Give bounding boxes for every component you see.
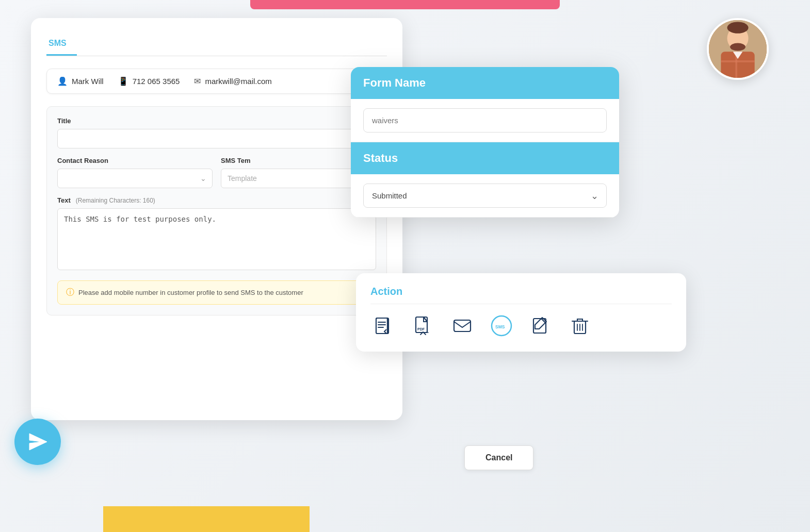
contact-email: markwill@mail.com (205, 77, 271, 86)
text-label: Text (57, 196, 71, 204)
status-header: Status (351, 142, 619, 174)
warning-text: Please add mobile number in customer pro… (78, 289, 303, 296)
form-name-input-area (351, 99, 619, 142)
contact-reason-label: Contact Reason (57, 157, 213, 164)
person-icon: 👤 (57, 76, 68, 86)
tab-bar: SMS (46, 34, 387, 56)
contact-reason-col: Contact Reason (57, 157, 213, 188)
email-action-icon-button[interactable] (449, 312, 476, 339)
status-select-wrapper: Submitted Pending Approved Rejected ⌄ (363, 184, 607, 208)
sms-action-icon-button[interactable]: SMS (488, 312, 515, 339)
svg-point-2 (727, 22, 748, 33)
sms-form-card: SMS 👤 Mark Will 📱 712 065 3565 ✉ markwil… (31, 18, 402, 420)
yellow-bar (103, 506, 310, 532)
svg-point-3 (730, 43, 746, 51)
sms-textarea[interactable]: This SMS is for test purposes only. (57, 208, 376, 270)
title-label: Title (57, 117, 376, 125)
contact-phone: 712 065 3565 (133, 77, 180, 86)
warning-icon: ⓘ (66, 287, 74, 298)
avatar (707, 18, 769, 80)
contact-reason-select[interactable] (57, 169, 213, 188)
delete-icon-button[interactable] (566, 312, 593, 339)
pdf-icon-button[interactable]: PDF (410, 312, 436, 339)
contact-reason-select-wrapper (57, 169, 213, 188)
action-title: Action (370, 286, 672, 304)
edit-icon-button[interactable] (527, 312, 554, 339)
form-name-input[interactable] (363, 108, 607, 132)
svg-rect-10 (454, 320, 471, 331)
contact-reason-row: Contact Reason SMS Tem Template (57, 157, 376, 188)
send-fab[interactable] (14, 419, 61, 465)
top-bar (250, 0, 560, 9)
action-card: Action PDF (356, 273, 686, 352)
status-dropdown-area: Submitted Pending Approved Rejected ⌄ (351, 174, 619, 218)
title-input[interactable] (57, 129, 376, 148)
remaining-chars: (Remaining Characters: 160) (76, 197, 155, 204)
tab-sms[interactable]: SMS (46, 34, 77, 56)
action-icons-row: PDF SMS (370, 312, 672, 339)
form-name-header: Form Name (351, 67, 619, 99)
cancel-button[interactable]: Cancel (464, 445, 533, 470)
contact-info-row: 👤 Mark Will 📱 712 065 3565 ✉ markwill@ma… (46, 69, 387, 94)
status-select[interactable]: Submitted Pending Approved Rejected (363, 184, 607, 208)
phone-icon: 📱 (118, 76, 128, 86)
email-icon-contact: ✉ (194, 76, 201, 86)
contact-email-item: ✉ markwill@mail.com (194, 76, 271, 86)
svg-text:PDF: PDF (417, 327, 425, 331)
svg-rect-6 (721, 60, 754, 62)
send-icon (26, 430, 49, 453)
sms-form-section: Title Contact Reason SMS Tem Template (46, 106, 387, 315)
filter-panel: Form Name Status Submitted Pending Appro… (351, 67, 619, 218)
book-icon-button[interactable] (370, 312, 397, 339)
text-label-row: Text (Remaining Characters: 160) (57, 196, 376, 204)
svg-text:SMS: SMS (495, 324, 505, 329)
contact-phone-item: 📱 712 065 3565 (118, 76, 180, 86)
contact-name: Mark Will (72, 77, 104, 86)
warning-box: ⓘ Please add mobile number in customer p… (57, 280, 376, 305)
contact-name-item: 👤 Mark Will (57, 76, 104, 86)
